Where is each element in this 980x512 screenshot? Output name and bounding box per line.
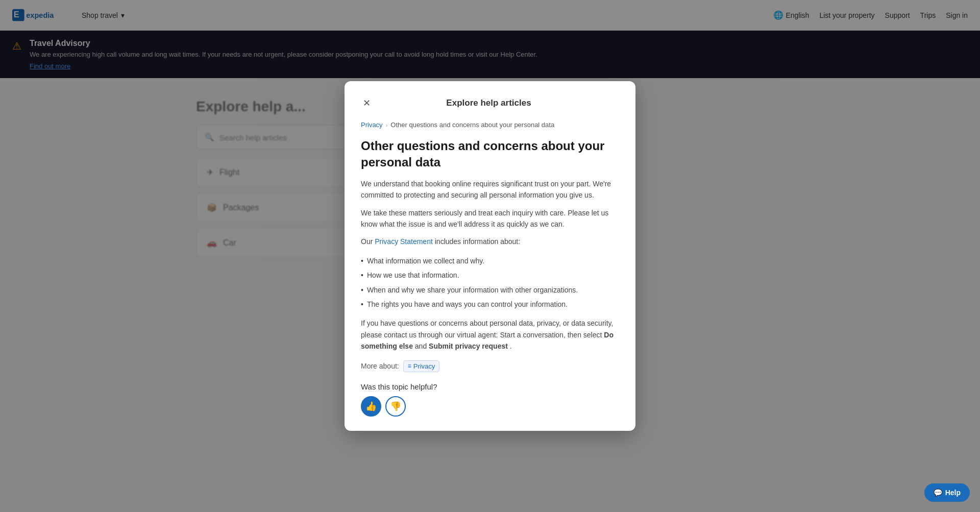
article-body: We understand that booking online requir… <box>361 178 619 278</box>
breadcrumb: Privacy › Other questions and concerns a… <box>361 121 619 129</box>
modal-header-title: Explore help articles <box>446 98 531 108</box>
bullet-1: What information we collect and why. <box>361 254 619 268</box>
close-button[interactable]: ✕ <box>361 95 373 111</box>
article-bullets: What information we collect and why. How… <box>361 254 619 278</box>
privacy-prefix: Our <box>361 237 373 246</box>
article-para-1: We understand that booking online requir… <box>361 178 619 201</box>
breadcrumb-separator: › <box>386 122 388 128</box>
breadcrumb-privacy-link[interactable]: Privacy <box>361 121 383 129</box>
bullet-2: How we use that information. <box>361 268 619 278</box>
privacy-suffix: includes information about: <box>435 237 520 246</box>
article-para-3: Our Privacy Statement includes informati… <box>361 236 619 247</box>
modal-header: ✕ Explore help articles <box>361 95 619 111</box>
modal-overlay[interactable]: ✕ Explore help articles Privacy › Other … <box>0 0 980 278</box>
close-icon: ✕ <box>363 97 371 109</box>
help-article-modal: ✕ Explore help articles Privacy › Other … <box>345 81 635 278</box>
privacy-statement-link[interactable]: Privacy Statement <box>375 237 433 246</box>
article-title: Other questions and concerns about your … <box>361 138 619 169</box>
article-para-2: We take these matters seriously and trea… <box>361 207 619 230</box>
breadcrumb-current: Other questions and concerns about your … <box>390 121 554 129</box>
